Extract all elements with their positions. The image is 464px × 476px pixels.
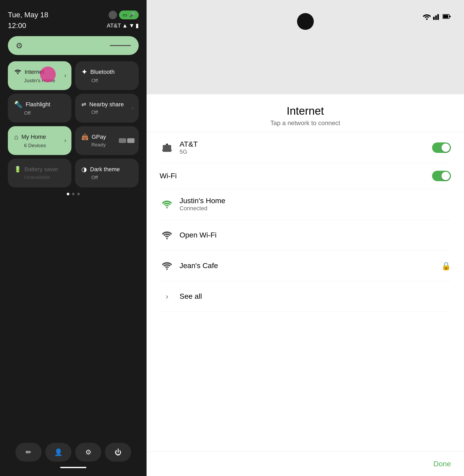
jeans-cafe-name: Jean's Cafe: [180, 262, 436, 270]
nearby-arrow: ›: [132, 105, 133, 112]
justins-home-status: Connected: [180, 205, 451, 212]
jeans-cafe-wifi-icon: [162, 262, 172, 270]
internet-tile[interactable]: Internet Justin's Home ›: [8, 61, 71, 90]
justins-home-text: Justin's Home Connected: [180, 197, 451, 212]
power-button[interactable]: ⏻: [105, 443, 131, 462]
nearby-title: Nearby share: [89, 101, 124, 108]
recording-pill: ▭ 🎤: [119, 10, 139, 19]
svg-rect-8: [163, 145, 171, 151]
internet-arrow: ›: [64, 72, 66, 79]
battery-saver-icon: 🔋: [14, 166, 21, 173]
nearby-icon: ⇌: [81, 101, 86, 108]
open-wifi-icon-wrap: [160, 228, 174, 242]
open-wifi-text: Open Wi-Fi: [180, 231, 451, 239]
internet-subtitle: Tap a network to connect: [160, 119, 451, 127]
justins-home-wifi-icon: [162, 200, 172, 208]
signal-icon: [433, 13, 440, 20]
gpay-title: GPay: [92, 134, 106, 140]
tile-header: ✦ Bluetooth: [81, 68, 132, 76]
att-type: 5G: [180, 148, 427, 155]
pink-decoration: [40, 67, 56, 82]
edit-button[interactable]: ✏: [15, 443, 42, 462]
carrier-info: AT&T ▲ ▼ ▮: [107, 22, 139, 29]
flashlight-icon: 🔦: [14, 101, 23, 109]
jeans-cafe-item[interactable]: Jean's Cafe 🔒: [160, 251, 451, 281]
brightness-slider[interactable]: ⚙: [8, 36, 139, 55]
wifi-label: Wi-Fi: [160, 172, 432, 180]
wifi-toggle[interactable]: [432, 171, 451, 181]
dark-theme-title: Dark theme: [90, 166, 120, 173]
dark-theme-tile[interactable]: ◑ Dark theme Off: [75, 159, 139, 187]
page-dot-2: [72, 193, 75, 195]
myhome-tile[interactable]: ⌂ My Home 6 Devices ›: [8, 126, 71, 155]
justins-home-name: Justin's Home: [180, 197, 451, 205]
justins-home-icon-wrap: [160, 197, 174, 212]
home-icon: ⌂: [14, 133, 18, 141]
page-dot-1: [67, 193, 69, 195]
flashlight-title: Flashlight: [26, 101, 50, 108]
done-button[interactable]: Done: [433, 460, 451, 468]
internet-title: Internet: [160, 105, 451, 117]
user-icon: 👤: [54, 448, 63, 456]
battery-saver-tile: 🔋 Battery saver Unavailable: [8, 159, 71, 187]
gpay-tile[interactable]: 👜 GPay Ready: [75, 126, 139, 155]
status-time: 12:00: [8, 21, 26, 30]
bluetooth-tile[interactable]: ✦ Bluetooth Off: [75, 61, 139, 90]
justins-home-item[interactable]: Justin's Home Connected: [160, 189, 451, 220]
top-inner: [160, 13, 451, 30]
flashlight-subtitle: Off: [14, 110, 65, 116]
status-bar: Tue, May 18 ▭ 🎤: [8, 10, 139, 19]
bluetooth-title: Bluetooth: [90, 69, 115, 75]
svg-rect-6: [443, 15, 448, 18]
myhome-arrow: ›: [64, 137, 66, 144]
see-all-chevron-icon: ›: [166, 292, 168, 301]
brightness-icon: ⚙: [16, 41, 23, 50]
battery-saver-title: Battery saver: [24, 166, 58, 173]
bluetooth-icon: ✦: [81, 68, 87, 76]
time-row: 12:00 AT&T ▲ ▼ ▮: [8, 21, 139, 30]
bottom-bar: ✏ 👤 ⚙ ⏻: [8, 443, 139, 462]
home-indicator: [60, 467, 86, 468]
jeans-cafe-text: Jean's Cafe: [180, 262, 436, 270]
svg-rect-3: [435, 15, 437, 20]
tile-header: 🔦 Flashlight: [14, 101, 65, 109]
right-status-row: [423, 13, 451, 20]
see-all-label: See all: [180, 292, 451, 301]
svg-point-0: [17, 73, 19, 74]
flashlight-tile[interactable]: 🔦 Flashlight Off: [8, 94, 71, 123]
nearby-tile[interactable]: ⇌ Nearby share Off ›: [75, 94, 139, 123]
att-network-item[interactable]: AT&T 5G: [160, 132, 451, 163]
lock-icon: 🔒: [441, 261, 451, 270]
svg-point-11: [166, 268, 168, 270]
page-dot-3: [77, 193, 80, 195]
settings-button[interactable]: ⚙: [75, 443, 101, 462]
battery-status-icon: [443, 14, 451, 19]
att-toggle[interactable]: [432, 142, 451, 153]
wifi-status-icon: [423, 13, 431, 20]
tile-header: ◑ Dark theme: [81, 166, 132, 173]
tile-header: Internet: [14, 68, 65, 76]
open-wifi-item[interactable]: Open Wi-Fi: [160, 220, 451, 251]
status-icons: ▭ 🎤: [109, 10, 139, 19]
wifi-icon: [14, 68, 21, 76]
tile-header: 🔋 Battery saver: [14, 166, 65, 173]
see-all-text: See all: [180, 292, 451, 301]
svg-rect-4: [437, 14, 439, 20]
tiles-grid: Internet Justin's Home › ✦ Bluetooth Off…: [8, 61, 139, 187]
card-icon-2: [127, 138, 135, 143]
dark-theme-icon: ◑: [81, 166, 87, 173]
status-date: Tue, May 18: [8, 11, 48, 19]
see-all-item[interactable]: › See all: [160, 281, 451, 312]
internet-header: Internet Tap a network to connect: [147, 94, 464, 132]
myhome-subtitle: 6 Devices: [14, 143, 65, 148]
svg-rect-2: [433, 17, 435, 20]
tile-header: ⌂ My Home: [14, 133, 65, 141]
card-icon-1: [119, 138, 126, 143]
bluetooth-subtitle: Off: [81, 78, 132, 84]
mic-icon: 🎤: [129, 12, 135, 18]
wifi-section-header: Wi-Fi: [160, 163, 451, 189]
gpay-icon: 👜: [81, 134, 88, 140]
user-button[interactable]: 👤: [45, 443, 71, 462]
internet-subtitle: Justin's Home: [14, 78, 65, 84]
internet-sheet: Internet Tap a network to connect AT&T 5…: [147, 94, 464, 476]
